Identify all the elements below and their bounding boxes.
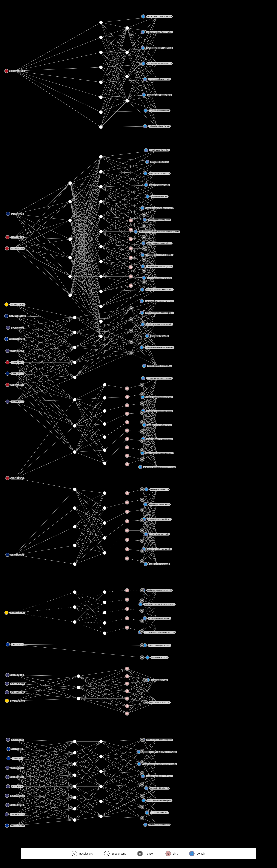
c1-sub-1[interactable]: ◌	[125, 50, 129, 54]
domain-node-15[interactable]: 🌐onlinemessengercom-identifier-servicelo…	[134, 229, 180, 234]
c4-rel-2410[interactable]: ❂	[140, 448, 144, 452]
c3-rel-1830[interactable]: ❂	[129, 340, 133, 344]
c7b-res-2[interactable]: ⊙	[76, 696, 81, 701]
domain-node-36[interactable]: 🌐session-identifier-verificat...	[142, 517, 172, 521]
ip-node-21[interactable]: 104.31.6.146	[6, 738, 24, 742]
domain-node-44[interactable]: 🌐session-management.info	[143, 643, 172, 647]
ip-node-7[interactable]: 192.254.145.135	[4, 337, 25, 341]
c2-res-2[interactable]: ⊙	[68, 218, 72, 222]
c2-link-1280[interactable]: ❂	[129, 237, 133, 241]
c5-sub-2[interactable]: ◌	[103, 521, 107, 525]
ip-node-29[interactable]: 104.168.134..67	[5, 812, 25, 816]
c4-rel-2210[interactable]: ❂	[140, 411, 144, 415]
c8-rel-4260[interactable]: ❂	[140, 794, 144, 798]
domain-node-7[interactable]: 🌐us1-mail-login-profile.site	[143, 124, 171, 128]
c4-rel-2310[interactable]: ❂	[140, 429, 144, 434]
ip-node-10[interactable]: 5.188.181.113	[5, 372, 25, 376]
c1-sub-2[interactable]: ◌	[125, 74, 129, 79]
c8-res-5[interactable]: ⊙	[73, 796, 77, 800]
c4-rel-2360[interactable]: ❂	[140, 439, 144, 443]
c3-rel-1710[interactable]: ❂	[129, 317, 133, 321]
c4-rel-2160[interactable]: ❂	[140, 401, 144, 405]
ip-node-26[interactable]: 104.102.4.97	[6, 784, 24, 788]
c5-sub-3[interactable]: ◌	[103, 536, 107, 540]
c2-rel-1510[interactable]: ❂	[142, 280, 146, 284]
c6-rel-3215[interactable]: ❂	[140, 598, 144, 602]
domain-node-22[interactable]: 🌐documentsmobile-messengerp...	[140, 311, 174, 315]
c4-link-2125[interactable]: ❂	[125, 395, 129, 399]
c4-link-2440[interactable]: ❂	[125, 454, 129, 458]
domain-node-9[interactable]: 🌐my-sellsdirec.online	[145, 160, 169, 164]
c2-sub-0[interactable]: ◌	[99, 155, 103, 159]
c2-res-4[interactable]: ⊙	[68, 256, 72, 260]
domain-node-45[interactable]: 🌐notification.app.info	[146, 655, 168, 659]
c8-rel-4320[interactable]: ❂	[140, 805, 144, 809]
ip-node-12[interactable]: 104.168.3.113	[5, 400, 25, 404]
c3-res-2[interactable]: ⊙	[73, 345, 77, 349]
c6-sub-3280[interactable]: ◌	[103, 611, 107, 615]
c2-sub-2[interactable]: ◌	[99, 185, 103, 189]
c7b-res-0[interactable]: ⊙	[76, 674, 81, 678]
c2-rel-1270[interactable]: ❂	[142, 235, 146, 239]
c2-link-1180[interactable]: ❂	[129, 218, 133, 222]
c7b-link-0[interactable]: ❂	[125, 666, 129, 671]
domain-node-46[interactable]: 🌐confirm-identity.net	[146, 678, 168, 682]
c5-link-2690[interactable]: ❂	[125, 500, 129, 504]
c2-rel-1330[interactable]: ❂	[142, 246, 146, 250]
c8-res-3[interactable]: ⊙	[73, 773, 77, 777]
domain-node-55[interactable]: 🌐confirmation-service.info	[143, 823, 171, 827]
c5-res-4[interactable]: ⊙	[73, 562, 77, 566]
c1-sub-3[interactable]: ◌	[125, 99, 129, 103]
c2-sub-11[interactable]: ◌	[99, 319, 103, 323]
domain-node-37[interactable]: 🌐recovery.operrserv.info	[144, 532, 170, 536]
c7b-link-3[interactable]: ❂	[125, 689, 129, 693]
c2-sub-3[interactable]: ◌	[99, 200, 103, 204]
c3-rel-1890[interactable]: ❂	[129, 351, 133, 355]
c4-rel-2260[interactable]: ❂	[140, 420, 144, 424]
domain-node-26[interactable]: 🌐mobile.confirm-identificati...	[142, 364, 172, 368]
c4-sub-1[interactable]: ◌	[103, 396, 107, 400]
c5-rel-2675[interactable]: ❂	[140, 498, 144, 502]
domain-node-53[interactable]: 🌐com-identifier-servicelog.info	[142, 798, 172, 802]
domain-node-1[interactable]: 🌐login.account-profile-users.info	[141, 30, 173, 34]
c5-rel-2950[interactable]: ❂	[140, 549, 144, 553]
c5-link-2890[interactable]: ❂	[125, 538, 129, 542]
c1-res-4[interactable]: ⊙	[99, 80, 103, 84]
c5-link-2640[interactable]: ❂	[125, 491, 129, 495]
c2-sub-6[interactable]: ◌	[99, 245, 103, 249]
c2-sub-4[interactable]: ◌	[99, 215, 103, 219]
c1-res-2[interactable]: ⊙	[99, 50, 103, 54]
c6-link-3210[interactable]: ❂	[125, 597, 129, 602]
c2-sub-9[interactable]: ◌	[99, 289, 103, 293]
c8-sub-1[interactable]: ◌	[99, 754, 103, 758]
c5-link-2940[interactable]: ❂	[125, 547, 129, 551]
ip-node-13[interactable]: 45.147.18.945	[5, 476, 25, 480]
domain-node-42[interactable]: 🌐accounts-support.services	[143, 616, 172, 620]
c6-link-3160[interactable]: ❂	[125, 588, 129, 592]
ip-node-17[interactable]: 104.61.201.45	[5, 673, 25, 677]
c8-rel-4020[interactable]: ❂	[140, 749, 144, 753]
c2-rel-1210[interactable]: ❂	[142, 224, 146, 228]
c4-sub-4[interactable]: ◌	[103, 435, 107, 439]
domain-node-48[interactable]: 🌐com-identifier-useroaklog.com	[141, 738, 173, 742]
c5-res-3[interactable]: ⊙	[73, 544, 77, 548]
domain-node-31[interactable]: 🌐www.invitation-to-messenge...	[141, 437, 173, 441]
c8-rel-4380[interactable]: ❂	[140, 816, 144, 820]
c2-sub-5[interactable]: ◌	[99, 229, 103, 234]
domain-node-27[interactable]: 🌐com-messengercenters.name	[141, 376, 173, 380]
c2-link-1330[interactable]: ❂	[129, 246, 133, 250]
domain-node-34[interactable]: 🌐identifier-activities.info	[144, 487, 170, 491]
domain-node-6[interactable]: 🌐login-users-account.site	[144, 108, 171, 113]
c7b-link-2[interactable]: ❂	[125, 682, 129, 686]
domain-node-14[interactable]: 🌐documentfilesharing.cloud	[143, 218, 172, 222]
domain-node-10[interactable]: 🌐www.broadcastnews.pro	[143, 171, 171, 176]
c7b-link-5[interactable]: ❂	[125, 704, 129, 708]
c2-rel-1150[interactable]: ❂	[142, 213, 146, 217]
c4-sub-6[interactable]: ◌	[103, 461, 107, 465]
c8-sub-3[interactable]: ◌	[99, 784, 103, 788]
c8-sub-2[interactable]: ◌	[99, 769, 103, 774]
c4-link-2260[interactable]: ❂	[125, 420, 129, 424]
c6-res-0[interactable]: ⊙	[73, 590, 77, 594]
domain-node-33[interactable]: 🌐www.com-messengersaccount.name	[138, 465, 176, 469]
c6-sub-3225[interactable]: ◌	[103, 600, 107, 604]
